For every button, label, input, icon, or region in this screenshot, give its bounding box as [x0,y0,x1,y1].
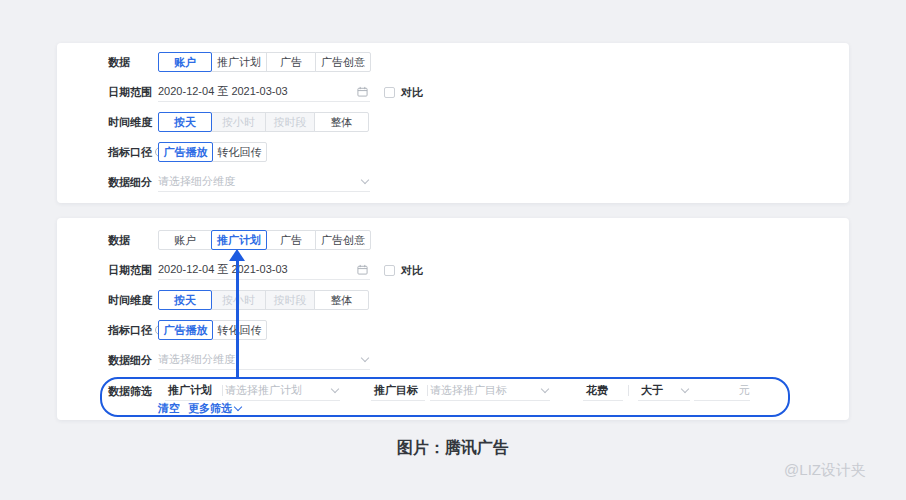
compare-checkbox[interactable] [384,265,395,276]
segment-row: 数据细分 请选择细分维度 [57,345,849,375]
calendar-icon [357,261,368,279]
filter-cost-label-select[interactable]: 花费 [583,381,623,401]
data-filter-label: 数据筛选 [108,381,152,401]
compare-label: 对比 [401,263,423,278]
chevron-down-icon [234,402,242,410]
time-dimension-label: 时间维度 [108,293,158,308]
data-label: 数据 [108,233,158,248]
segment-select[interactable]: 请选择细分维度 [158,172,370,192]
tab-ad-play[interactable]: 广告播放 [158,142,213,162]
metric-row: 指标口径 ? 广告播放 转化回传 [57,315,849,345]
filter-goal-select[interactable]: 请选择推广目标 [430,381,550,401]
chevron-down-icon [361,353,369,361]
compare-checkbox[interactable] [384,87,395,98]
annotation-arrowhead-icon [229,249,245,261]
tab-account[interactable]: 账户 [158,52,212,72]
page: { "caption": "图片：腾讯广告", "watermark": "@L… [0,0,906,500]
tab-creative[interactable]: 广告创意 [315,230,371,250]
filter-campaign-select[interactable]: 请选择推广计划 [225,381,340,401]
field-divider [427,385,428,396]
segment-row: 数据细分 请选择细分维度 [57,167,849,197]
chevron-down-icon [541,384,549,392]
data-row: 数据 账户 推广计划 广告 广告创意 [57,47,849,77]
more-filters-label: 更多筛选 [188,401,232,416]
chevron-down-icon [361,175,369,183]
metric-row: 指标口径 ? 广告播放 转化回传 [57,137,849,167]
tab-creative[interactable]: 广告创意 [315,52,371,72]
metric-tabs: 广告播放 转化回传 [158,142,267,162]
filter-goal-placeholder: 请选择推广目标 [430,383,507,398]
segment-placeholder: 请选择细分维度 [158,352,235,367]
tab-conversion[interactable]: 转化回传 [212,142,267,162]
date-row: 日期范围 2020-12-04 至 2021-03-03 对比 [57,77,849,107]
date-row: 日期范围 2020-12-04 至 2021-03-03 对比 [57,255,849,285]
filter-cost-operator-value: 大于 [638,383,663,398]
metric-tabs: 广告播放 转化回传 [158,320,267,340]
tab-by-period: 按时段 [265,290,315,310]
date-range-value: 2020-12-04 至 2021-03-03 [158,262,288,277]
tab-overall[interactable]: 整体 [314,112,369,132]
time-dimension-label: 时间维度 [108,115,158,130]
calendar-icon [357,83,368,101]
metric-label: 指标口径 ? [108,145,158,160]
segment-select[interactable]: 请选择细分维度 [158,350,370,370]
filter-cost-unit: 元 [739,383,750,398]
filter-links: 清空 更多筛选 [158,401,243,416]
segment-label: 数据细分 [108,175,158,190]
tab-ad[interactable]: 广告 [266,52,316,72]
tab-campaign[interactable]: 推广计划 [211,52,267,72]
clear-filters-link[interactable]: 清空 [158,401,180,416]
field-divider [222,385,223,396]
image-caption: 图片：腾讯广告 [0,438,906,459]
time-dimension-row: 时间维度 按天 按小时 按时段 整体 [57,285,849,315]
tab-by-hour: 按小时 [211,112,266,132]
date-range-input[interactable]: 2020-12-04 至 2021-03-03 [158,82,370,102]
field-divider [628,385,629,396]
filter-goal-type-select[interactable]: 推广目标 [371,381,425,401]
tab-overall[interactable]: 整体 [314,290,369,310]
time-dimension-row: 时间维度 按天 按小时 按时段 整体 [57,107,849,137]
filter-cost-operator-select[interactable]: 大于 [638,381,690,401]
data-label: 数据 [108,55,158,70]
filter-panel-top: 数据 账户 推广计划 广告 广告创意 日期范围 2020-12-04 至 202… [57,43,849,203]
tab-by-period: 按时段 [265,112,315,132]
metric-label-text: 指标口径 [108,145,152,160]
tab-conversion[interactable]: 转化回传 [212,320,267,340]
data-row: 数据 账户 推广计划 广告 广告创意 [57,225,849,255]
time-dimension-tabs: 按天 按小时 按时段 整体 [158,290,369,310]
filter-cost-amount-input[interactable]: 元 [694,381,750,401]
segment-label: 数据细分 [108,353,158,368]
tab-campaign[interactable]: 推广计划 [211,230,267,250]
data-tabs: 账户 推广计划 广告 广告创意 [158,230,371,250]
date-range-value: 2020-12-04 至 2021-03-03 [158,84,288,99]
segment-placeholder: 请选择细分维度 [158,174,235,189]
metric-label-text: 指标口径 [108,323,152,338]
filter-campaign-type-select[interactable]: 推广计划 [165,381,221,401]
tab-account[interactable]: 账户 [158,230,212,250]
compare-label: 对比 [401,85,423,100]
metric-label: 指标口径 ? [108,323,158,338]
filter-goal-type-value: 推广目标 [371,383,418,398]
date-label: 日期范围 [108,263,158,278]
filter-campaign-placeholder: 请选择推广计划 [225,383,302,398]
filter-cost-label: 花费 [583,383,608,398]
filter-campaign-type-value: 推广计划 [165,383,212,398]
annotation-arrow-shaft [236,260,239,378]
tab-by-day[interactable]: 按天 [158,290,212,310]
more-filters-link[interactable]: 更多筛选 [188,401,243,416]
tab-ad[interactable]: 广告 [266,230,316,250]
tab-by-day[interactable]: 按天 [158,112,212,132]
filter-panel-bottom: 数据 账户 推广计划 广告 广告创意 日期范围 2020-12-04 至 202… [57,218,849,420]
watermark: @LIZ设计夹 [784,461,866,480]
date-range-input[interactable]: 2020-12-04 至 2021-03-03 [158,260,370,280]
date-label: 日期范围 [108,85,158,100]
chevron-down-icon [681,384,689,392]
chevron-down-icon [331,384,339,392]
data-tabs: 账户 推广计划 广告 广告创意 [158,52,371,72]
tab-ad-play[interactable]: 广告播放 [158,320,213,340]
time-dimension-tabs: 按天 按小时 按时段 整体 [158,112,369,132]
